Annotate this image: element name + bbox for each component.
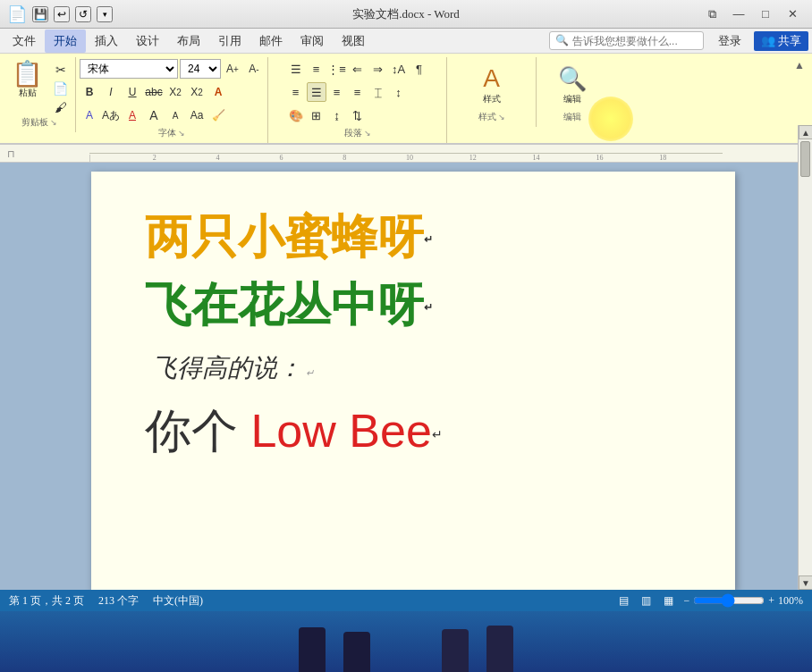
align-center-button[interactable]: ☰ [307, 82, 326, 102]
clipboard-expand-icon[interactable]: ↘ [50, 118, 57, 127]
decrease-indent-button[interactable]: ⇐ [348, 59, 368, 79]
underline-button[interactable]: U [123, 82, 142, 102]
font-size-selector[interactable]: 24 [180, 59, 221, 79]
styles-expand-icon[interactable]: ↘ [498, 113, 505, 122]
redo-button[interactable]: ↺ [75, 6, 91, 22]
menu-item-view[interactable]: 视图 [333, 29, 374, 53]
document-line4: 你个 Low Bee↵ [145, 401, 681, 462]
ribbon-collapse-button[interactable]: ▲ [794, 59, 805, 71]
restore-button[interactable]: ⧉ [699, 4, 724, 24]
border-button[interactable]: ⊞ [307, 105, 326, 125]
status-bar: 第 1 页，共 2 页 213 个字 中文(中国) ▤ ▥ ▦ − + 100% [0, 590, 812, 611]
menu-item-file[interactable]: 文件 [4, 29, 45, 53]
font-label: 字体 [158, 127, 176, 139]
status-left: 第 1 页，共 2 页 213 个字 中文(中国) [9, 593, 203, 609]
change-case-button[interactable]: Aa [187, 105, 207, 125]
text-effect-button[interactable]: A [208, 82, 228, 102]
multi-level-list-button[interactable]: ⋮≡ [327, 59, 347, 79]
paste-icon: 📋 [12, 62, 43, 87]
menu-item-layout[interactable]: 布局 [168, 29, 209, 53]
bold-button[interactable]: B [80, 82, 99, 102]
copy-button[interactable]: 📄 [49, 80, 72, 97]
col-button[interactable]: ⌶ [368, 82, 388, 102]
share-button[interactable]: 👥 共享 [754, 31, 808, 51]
document-line3: 飞得高的说：↵ [152, 349, 681, 387]
styles-group-label: 样式 [478, 111, 496, 123]
scroll-track[interactable] [799, 163, 812, 575]
text-highlight-button[interactable]: A [80, 105, 99, 125]
qa-dropdown-button[interactable]: ▾ [97, 6, 113, 22]
scroll-down-button[interactable]: ▼ [799, 575, 812, 590]
zoom-plus-button[interactable]: + [768, 594, 774, 608]
font-color-button[interactable]: A [123, 105, 142, 125]
show-marks-button[interactable]: ¶ [410, 59, 429, 79]
align-left-button[interactable]: ≡ [286, 82, 306, 102]
format-painter-button[interactable]: 🖌 [49, 98, 72, 116]
menu-item-insert[interactable]: 插入 [86, 29, 127, 53]
justify-button[interactable]: ≡ [348, 82, 368, 102]
cut-icon: ✂ [55, 63, 66, 77]
menu-item-references[interactable]: 引用 [209, 29, 250, 53]
paragraph-expand-icon[interactable]: ↘ [364, 129, 371, 138]
big-font-button[interactable]: A [144, 105, 164, 125]
para-spacing-button[interactable]: ⇅ [348, 105, 368, 125]
shading-button[interactable]: 🎨 [286, 105, 306, 125]
menu-item-review[interactable]: 审阅 [292, 29, 333, 53]
decrease-font-button[interactable]: A- [244, 59, 264, 79]
bottom-image-area [0, 611, 812, 672]
edit-group-label: 编辑 [563, 111, 581, 123]
menu-item-home[interactable]: 开始 [45, 29, 86, 53]
font-name-selector[interactable]: 宋体 [80, 59, 178, 79]
zoom-level: 100% [778, 594, 803, 608]
app-icon: 📄 [7, 4, 27, 24]
increase-font-button[interactable]: A+ [223, 59, 242, 79]
line-spacing-button[interactable]: ↕ [389, 82, 409, 102]
char-spacing-button[interactable]: Aあ [101, 105, 121, 125]
ruler-toggle[interactable]: ⊓ [7, 148, 15, 160]
view-web-button[interactable]: ▥ [639, 594, 654, 608]
window-controls: ⧉ — □ ✕ [699, 4, 805, 24]
ribbon-group-font: 宋体 24 A+ A- B I U abc X2 X2 [76, 57, 268, 143]
styles-icon: A [483, 64, 500, 93]
clear-format-button[interactable]: 🧹 [208, 105, 228, 125]
menu-item-mailings[interactable]: 邮件 [250, 29, 292, 53]
sort-button[interactable]: ↕A [389, 59, 409, 79]
increase-indent-button[interactable]: ⇒ [368, 59, 388, 79]
ribbon-group-clipboard: 📋 粘贴 ✂ 📄 🖌 [4, 57, 76, 132]
zoom-slider[interactable] [693, 593, 765, 608]
paste-label: 粘贴 [19, 87, 37, 99]
bullets-button[interactable]: ☰ [286, 59, 306, 79]
small-font-button[interactable]: A [165, 105, 185, 125]
document-area: 两只小蜜蜂呀↵ 飞在花丛中呀↵ 飞得高的说：↵ 你个 Low Bee↵ ▲ ▼ [0, 163, 812, 592]
view-normal-button[interactable]: ▤ [616, 594, 631, 608]
subscript-button[interactable]: X2 [165, 82, 185, 102]
menu-item-design[interactable]: 设计 [127, 29, 168, 53]
styles-button[interactable]: A 样式 [477, 60, 507, 110]
italic-button[interactable]: I [101, 82, 121, 102]
scroll-thumb[interactable] [800, 163, 810, 177]
maximize-button[interactable]: □ [753, 4, 778, 24]
char-direction-button[interactable]: ↨ [327, 105, 347, 125]
ribbon: 📋 粘贴 ✂ 📄 🖌 [0, 54, 812, 145]
minimize-button[interactable]: — [726, 4, 751, 24]
save-button[interactable]: 💾 [32, 6, 48, 22]
undo-button[interactable]: ↩ [54, 6, 70, 22]
superscript-button[interactable]: X2 [187, 82, 207, 102]
view-read-button[interactable]: ▦ [661, 594, 676, 608]
word-count: 213 个字 [98, 593, 139, 609]
vertical-scrollbar[interactable]: ▲ ▼ [798, 163, 812, 590]
search-input[interactable] [572, 35, 698, 47]
search-box[interactable]: 🔍 [549, 31, 704, 50]
menu-right-actions: 登录 👥 共享 [713, 31, 808, 51]
font-expand-icon[interactable]: ↘ [178, 129, 185, 138]
close-button[interactable]: ✕ [780, 4, 805, 24]
login-button[interactable]: 登录 [713, 31, 747, 51]
numbering-button[interactable]: ≡ [307, 59, 326, 79]
document-page[interactable]: 两只小蜜蜂呀↵ 飞在花丛中呀↵ 飞得高的说：↵ 你个 Low Bee↵ [91, 172, 735, 592]
strikethrough-button[interactable]: abc [144, 82, 164, 102]
align-right-button[interactable]: ≡ [327, 82, 347, 102]
cut-button[interactable]: ✂ [49, 61, 72, 79]
edit-button[interactable]: 🔍 编辑 [552, 61, 593, 110]
paste-button[interactable]: 📋 粘贴 [7, 59, 47, 113]
zoom-minus-button[interactable]: − [683, 594, 689, 608]
